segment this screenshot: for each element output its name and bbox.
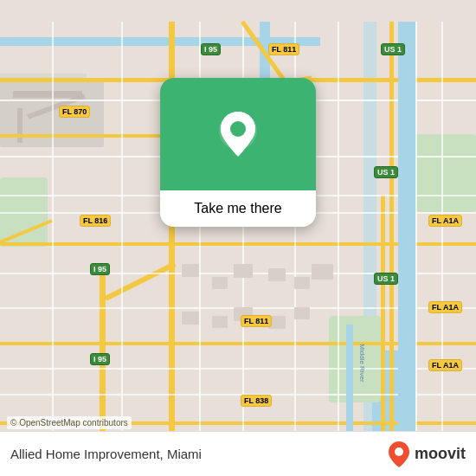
- svg-rect-55: [294, 307, 310, 319]
- svg-rect-33: [121, 22, 123, 454]
- svg-rect-45: [182, 264, 199, 277]
- road-badge-i95-bot: I 95: [90, 353, 110, 365]
- road-badge-fl811-lower: FL 811: [241, 315, 272, 327]
- road-badge-i95-mid: I 95: [90, 263, 110, 275]
- road-badge-us1-lower: US 1: [374, 273, 398, 285]
- road-badge-us1-top: US 1: [381, 43, 405, 55]
- svg-rect-48: [268, 268, 286, 281]
- svg-rect-37: [338, 22, 339, 454]
- road-badge-fl811-top: FL 811: [268, 43, 299, 55]
- road-badge-fla1a-bot: FL A1A: [428, 359, 462, 371]
- popup-green-top: [160, 78, 316, 190]
- road-badge-us1-mid: US 1: [374, 166, 398, 178]
- svg-rect-32: [52, 22, 54, 454]
- road-badge-fla1a-mid: FL A1A: [428, 301, 462, 313]
- svg-rect-44: [398, 22, 415, 454]
- road-badge-fl816-left: FL 816: [80, 215, 111, 227]
- svg-rect-8: [329, 316, 381, 402]
- moovit-text: moovit: [415, 445, 466, 463]
- location-name: Allied Home Improvement, Miami: [10, 447, 202, 461]
- svg-rect-23: [381, 195, 385, 454]
- take-me-there-button[interactable]: Take me there: [160, 190, 316, 227]
- popup-card: Take me there: [160, 78, 316, 227]
- svg-rect-11: [13, 91, 82, 98]
- svg-point-58: [230, 121, 246, 137]
- svg-rect-51: [182, 312, 199, 325]
- svg-rect-15: [389, 22, 394, 454]
- svg-rect-52: [212, 316, 228, 328]
- osm-attribution: © OpenStreetMap contributors: [7, 416, 132, 429]
- middle-river-label: Middle River: [358, 344, 366, 382]
- svg-point-59: [395, 447, 403, 456]
- road-badge-fl838: FL 838: [241, 395, 272, 407]
- svg-rect-49: [294, 277, 310, 289]
- svg-rect-39: [441, 22, 443, 454]
- svg-rect-50: [312, 264, 333, 280]
- moovit-pin-icon: [387, 440, 411, 469]
- road-badge-fla1a-top: FL A1A: [428, 215, 462, 227]
- take-me-there-label: Take me there: [194, 201, 281, 215]
- map-container: Atlantic Intracoastal Waterway Middle Ri…: [0, 0, 476, 476]
- svg-rect-38: [415, 22, 417, 454]
- location-info: Allied Home Improvement, Miami: [10, 447, 202, 461]
- road-badge-i95-top: I 95: [201, 43, 221, 55]
- info-bar: Allied Home Improvement, Miami moovit: [0, 431, 476, 476]
- road-badge-fl870: FL 870: [59, 106, 90, 118]
- svg-rect-47: [234, 264, 253, 278]
- moovit-logo: moovit: [387, 440, 466, 469]
- svg-rect-46: [212, 277, 228, 289]
- map-background: [0, 0, 476, 476]
- location-pin-icon: [214, 106, 262, 162]
